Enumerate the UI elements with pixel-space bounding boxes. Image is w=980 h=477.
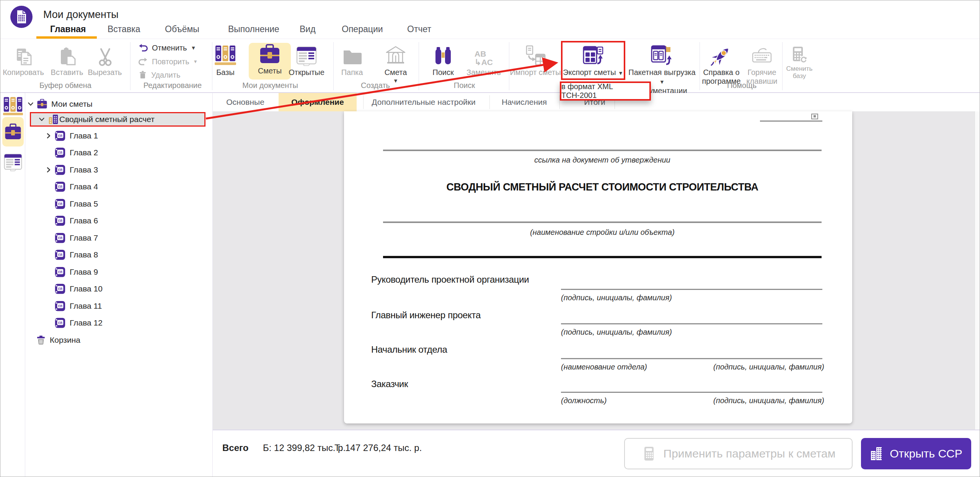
- export-menu-item-xml-tsn2001[interactable]: в формат XML ТСН-2001: [560, 81, 651, 101]
- tree-item-chapter[interactable]: Глава 9: [54, 265, 98, 279]
- field-label: Главный инженер проекта: [371, 310, 481, 321]
- tree-item-chapter[interactable]: Глава 5: [54, 197, 98, 211]
- apply-parameters-button[interactable]: Применить параметры к сметам: [624, 438, 853, 469]
- tree-item-chapter[interactable]: Глава 7: [54, 231, 98, 245]
- copy-icon: [13, 41, 33, 67]
- calculator-icon: [641, 446, 657, 461]
- group-label-editing: Редактирование: [138, 81, 207, 90]
- tree-item-chapter[interactable]: Глава 3: [46, 163, 98, 177]
- ribbon-tab-vid[interactable]: Вид: [300, 24, 316, 34]
- delete-button[interactable]: Удалить: [138, 70, 180, 80]
- ribbon-tab-obyomy[interactable]: Объёмы: [165, 24, 199, 34]
- batch-export-caret-icon[interactable]: ▼: [659, 79, 665, 85]
- field-caption: (подпись, инициалы, фамилия): [713, 396, 822, 405]
- tab-accruals[interactable]: Начисления: [499, 93, 549, 111]
- bases-icon: [3, 95, 23, 117]
- signature-line: [561, 289, 822, 290]
- ribbon-tab-operacii[interactable]: Операции: [342, 24, 383, 34]
- field-caption: (наименование отдела): [561, 363, 647, 371]
- field-label: Руководитель проектной организации: [371, 274, 529, 285]
- tree-item-chapter[interactable]: Глава 4: [54, 180, 98, 194]
- open-documents-icon: [295, 41, 318, 67]
- group-label-my-documents: Мои документы: [215, 81, 326, 90]
- tree-item-chapter[interactable]: Глава 2: [54, 146, 98, 160]
- approval-line: [383, 150, 822, 151]
- rail-estimates-button[interactable]: [2, 117, 24, 147]
- undo-dropdown-caret-icon[interactable]: ▼: [191, 45, 196, 51]
- ribbon-divider: [130, 42, 130, 90]
- paste-icon: [57, 41, 77, 67]
- rail-opened-button[interactable]: [2, 151, 24, 173]
- tree-item-chapter[interactable]: Глава 10: [54, 282, 103, 296]
- tab-divider: [363, 95, 364, 109]
- ribbon-tab-glavnaya[interactable]: Главная: [50, 24, 86, 34]
- tree-item-chapter[interactable]: Глава 1: [46, 129, 98, 143]
- object-name-caption: (наименование стройки и/или объекта): [383, 228, 822, 237]
- ribbon-tab-vstavka[interactable]: Вставка: [108, 24, 140, 34]
- redo-dropdown-caret-icon[interactable]: ▼: [193, 59, 198, 64]
- tab-additional-settings[interactable]: Дополнительные настройки: [370, 93, 477, 111]
- export-caret-icon[interactable]: ▼: [618, 70, 623, 76]
- tab-main[interactable]: Основные: [225, 93, 265, 111]
- replace-arrow-glyph: ↳: [475, 58, 481, 67]
- stamp-placeholder-icon: [811, 114, 818, 119]
- app-logo-icon: [10, 6, 33, 28]
- undo-icon: [138, 43, 148, 53]
- redo-button[interactable]: Повторить ▼: [138, 57, 198, 67]
- chapter-icon: [54, 317, 66, 329]
- export-estimate-icon: [582, 41, 604, 67]
- field-caption: (должность): [561, 396, 607, 405]
- ribbon-divider: [333, 42, 334, 90]
- briefcase-icon: [259, 43, 280, 65]
- tab-formatting[interactable]: Оформление: [279, 93, 357, 111]
- rocket-icon: [710, 41, 732, 67]
- hotkeys-button[interactable]: Горячиеклавиши: [743, 41, 781, 86]
- tree-item-my-estimates[interactable]: Мои сметы: [25, 97, 93, 111]
- buildings-icon: [870, 446, 884, 461]
- search-button[interactable]: Поиск: [426, 41, 460, 77]
- chevron-right-icon[interactable]: [46, 167, 52, 173]
- open-ssr-button[interactable]: Открыть ССР: [861, 438, 971, 469]
- tree-item-chapter[interactable]: Глава 6: [54, 214, 98, 228]
- field-label: Начальник отдела: [371, 344, 447, 355]
- change-database-button[interactable]: Сменитьбазу: [783, 41, 815, 80]
- statusbar: Всего Б: 12 399,82 тыс. р. Т: 147 276,24…: [213, 430, 980, 477]
- ribbon-tab-otchet[interactable]: Отчет: [407, 24, 431, 34]
- trash-basket-icon: [36, 335, 46, 345]
- tree-item-chapter[interactable]: Глава 12: [54, 316, 103, 330]
- chevron-down-icon[interactable]: [39, 116, 45, 122]
- vertical-scrollbar[interactable]: [975, 111, 980, 430]
- left-rail: [0, 93, 25, 477]
- export-estimate-button[interactable]: Экспорт сметы ▼: [564, 41, 623, 78]
- binoculars-icon: [433, 41, 453, 67]
- chapter-icon: [54, 300, 66, 312]
- create-estimate-button[interactable]: Смета ▼: [378, 41, 413, 84]
- chapter-icon: [54, 232, 66, 244]
- tree-item-chapter[interactable]: Глава 8: [54, 248, 98, 262]
- copy-button[interactable]: Копировать: [3, 41, 43, 77]
- import-estimate-button[interactable]: Импорт сметы: [511, 41, 559, 77]
- paste-button[interactable]: Вставить: [47, 41, 87, 77]
- opened-button[interactable]: Открытые: [288, 41, 325, 77]
- ribbon-tab-vypolnenie[interactable]: Выполнение: [228, 24, 279, 34]
- tree-item-summary-estimate-selected[interactable]: Сводный сметный расчет: [30, 112, 205, 127]
- group-label-help: Помощь: [704, 81, 779, 90]
- signature-line: [561, 392, 822, 393]
- chevron-right-icon[interactable]: [46, 133, 52, 139]
- tree-item-chapter[interactable]: Глава 11: [54, 299, 102, 313]
- undo-button[interactable]: Отменить ▼: [138, 43, 196, 53]
- bases-button[interactable]: Базы: [210, 41, 241, 77]
- rail-bases-button[interactable]: [2, 95, 24, 117]
- replace-button[interactable]: AB ↳AC Заменить: [465, 41, 502, 77]
- chevron-down-icon[interactable]: [28, 101, 34, 107]
- estimates-button[interactable]: Сметы: [249, 43, 291, 80]
- tree-item-trash[interactable]: Корзина: [36, 333, 80, 347]
- cut-button[interactable]: Вырезать: [86, 41, 124, 77]
- create-folder-button[interactable]: Папка: [335, 41, 369, 77]
- import-estimate-icon: [524, 41, 546, 67]
- about-button[interactable]: Справка опрограмме: [703, 41, 740, 86]
- bases-icon: [214, 41, 236, 67]
- chapter-icon: [54, 198, 66, 210]
- chapter-icon: [54, 164, 66, 176]
- chapter-icon: [54, 215, 66, 226]
